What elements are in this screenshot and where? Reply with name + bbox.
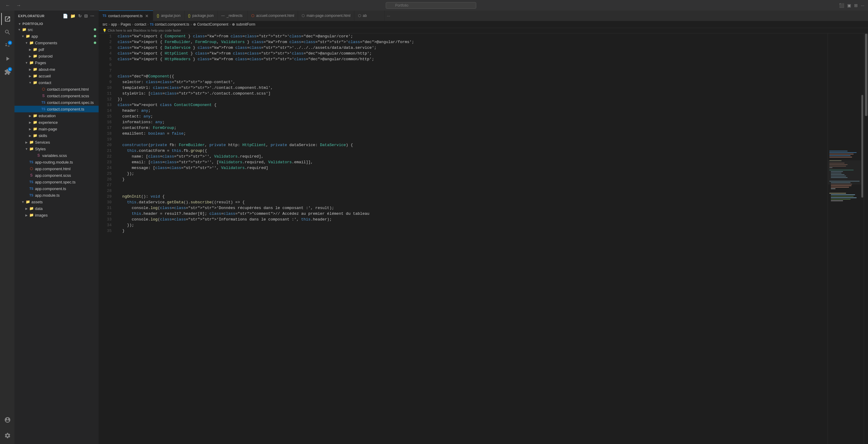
breadcrumb-sep: › xyxy=(108,22,110,27)
more-actions-icon[interactable]: ··· xyxy=(861,3,864,8)
blackbox-text: Click here to ask Blackbox to help you c… xyxy=(108,29,181,32)
tree-item-app-module[interactable]: TS app.module.ts xyxy=(14,192,99,199)
new-folder-icon[interactable]: 📁 xyxy=(70,13,76,19)
breadcrumb-class[interactable]: ContactComponent xyxy=(197,22,228,27)
tree-item-app-spec[interactable]: TS app.component.spec.ts xyxy=(14,179,99,185)
code-content[interactable]: class="kw">import { Component } class="k… xyxy=(114,33,828,444)
tree-item-images[interactable]: ▶ 📁 images xyxy=(14,212,99,218)
editor-area: TS contact.component.ts ✕ {} angular.jso… xyxy=(99,10,868,444)
svg-rect-4 xyxy=(829,156,850,156)
activity-source-control[interactable]: 4 xyxy=(1,39,13,52)
breadcrumb-pages[interactable]: Pages xyxy=(121,22,131,27)
tree-item-variables-scss[interactable]: S variables.scss xyxy=(14,152,99,159)
breadcrumb-icon-ts: TS xyxy=(150,23,154,26)
bulb-icon: 💡 xyxy=(102,29,107,32)
breadcrumb-app[interactable]: app xyxy=(111,22,117,27)
tab-contact-ts[interactable]: TS contact.component.ts ✕ xyxy=(99,10,153,21)
ts-icon: TS xyxy=(41,107,46,111)
editor-scrollbar[interactable] xyxy=(864,33,868,444)
svg-rect-24 xyxy=(831,195,855,195)
back-button[interactable]: ← xyxy=(4,2,12,9)
tree-label-about-me: about-me xyxy=(39,67,55,72)
tree-item-accueil[interactable]: ▶ 📁 accueil xyxy=(14,73,99,79)
forward-button[interactable]: → xyxy=(14,2,23,9)
extensions-badge: 6 xyxy=(8,67,12,71)
blackbox-hint[interactable]: 💡 Click here to ask Blackbox to help you… xyxy=(99,28,868,33)
tab-package-json[interactable]: {} package.json xyxy=(185,10,218,21)
activity-search[interactable] xyxy=(1,26,13,38)
minimap-scrollbar[interactable] xyxy=(861,33,864,444)
tree-item-styles[interactable]: ▼ 📁 Styles xyxy=(14,145,99,152)
folder-icon: 📁 xyxy=(33,133,37,138)
sidebar-header: EXPLORATEUR 📄 📁 ↻ ⊟ ··· xyxy=(14,10,99,22)
tree-item-about-me[interactable]: ▶ 📁 about-me xyxy=(14,66,99,73)
tab-ab[interactable]: ⬡ ab xyxy=(354,10,384,21)
folder-icon: 📁 xyxy=(25,200,30,204)
titlebar: ← → Portfolio ⬛ ▣ ⊞ ··· xyxy=(0,0,868,10)
tree-item-app-scss[interactable]: S app.component.scss xyxy=(14,172,99,179)
tree-item-contact-html[interactable]: ⬡ contact.component.html xyxy=(14,86,99,93)
portfolio-section: ▼ PORTFOLIO xyxy=(14,22,99,26)
tree-item-polaroid[interactable]: ▶ 📁 polaroid xyxy=(14,53,99,59)
tree-item-contact-scss[interactable]: S contact.component.scss xyxy=(14,93,99,99)
tree-item-education[interactable]: ▶ 📁 education xyxy=(14,112,99,119)
breadcrumb-sep2: › xyxy=(118,22,119,27)
tree-item-experience[interactable]: ▶ 📁 experience xyxy=(14,119,99,126)
activity-account[interactable] xyxy=(1,414,13,426)
tree-item-services[interactable]: ▶ 📁 Services xyxy=(14,139,99,145)
tab-accueil-html[interactable]: ⬡ accueil.component.html xyxy=(248,10,298,21)
titlebar-controls: ⬛ ▣ ⊞ ··· xyxy=(839,3,864,8)
tab-main-page-html[interactable]: ⬡ main-page.component.html xyxy=(298,10,354,21)
tree-item-app-routing[interactable]: TS app-routing.module.ts xyxy=(14,159,99,165)
svg-rect-22 xyxy=(831,189,835,189)
tab-more-button[interactable]: ··· xyxy=(384,13,393,18)
tree-label-main-page: main-page xyxy=(39,127,57,131)
activity-extensions[interactable]: 6 xyxy=(1,66,13,78)
tree-item-app[interactable]: ▼ 📁 app xyxy=(14,33,99,39)
tree-item-components[interactable]: ▼ 📁 Components xyxy=(14,39,99,46)
scss-icon: S xyxy=(29,173,34,177)
svg-rect-27 xyxy=(831,199,850,200)
tab-redirects[interactable]: — _redirects xyxy=(217,10,248,21)
tree-arrow-pages: ▼ xyxy=(24,61,29,64)
search-input[interactable]: Portfolio xyxy=(386,2,476,9)
breadcrumb-contact[interactable]: contact xyxy=(134,22,146,27)
layout-icon[interactable]: ▣ xyxy=(847,3,851,8)
tree-item-src[interactable]: ▼ 📁 src xyxy=(14,26,99,33)
tree-arrow-main-page: ▶ xyxy=(28,128,33,131)
activity-explorer[interactable] xyxy=(1,13,13,25)
activity-run[interactable] xyxy=(1,53,13,65)
tree-item-pdf[interactable]: ▶ 📁 pdf xyxy=(14,46,99,53)
tree-item-app-html[interactable]: ⬡ app.component.html xyxy=(14,165,99,172)
refresh-icon[interactable]: ↻ xyxy=(78,13,83,19)
tree-item-app-ts[interactable]: TS app.component.ts xyxy=(14,185,99,192)
tab-close-contact-ts[interactable]: ✕ xyxy=(145,13,149,19)
new-file-icon[interactable]: 📄 xyxy=(62,13,69,19)
fullscreen-icon[interactable]: ⊞ xyxy=(854,3,858,8)
tree-item-data[interactable]: ▶ 📁 data xyxy=(14,205,99,212)
tree-item-contact[interactable]: ▼ 📁 contact xyxy=(14,79,99,86)
svg-rect-21 xyxy=(831,187,849,187)
ts-icon: TS xyxy=(29,187,34,191)
breadcrumb-src[interactable]: src xyxy=(102,22,107,27)
line-numbers: 1234567891011121314151617181920212223242… xyxy=(99,33,114,444)
tree-item-assets[interactable]: ▼ 📁 assets xyxy=(14,199,99,205)
activity-settings[interactable] xyxy=(1,430,13,442)
breadcrumb-icon-method: ⊕ xyxy=(232,22,235,27)
tree-item-contact-ts[interactable]: TS contact.component.ts xyxy=(14,106,99,112)
split-editor-icon[interactable]: ⬛ xyxy=(839,3,844,8)
breadcrumb-method[interactable]: submitForm xyxy=(236,22,255,27)
tree-item-main-page[interactable]: ▶ 📁 main-page xyxy=(14,126,99,132)
tree-arrow-skills: ▶ xyxy=(28,134,33,137)
portfolio-label: PORTFOLIO xyxy=(22,22,43,26)
tree-label-app-html: app.component.html xyxy=(35,167,70,171)
tree-item-pages[interactable]: ▼ 📁 Pages xyxy=(14,59,99,66)
tree-item-contact-spec[interactable]: TS contact.component.spec.ts xyxy=(14,99,99,106)
breadcrumb-file[interactable]: contact.component.ts xyxy=(155,22,189,27)
collapse-icon[interactable]: ⊟ xyxy=(84,13,89,19)
tree-item-skills[interactable]: ▶ 📁 skills xyxy=(14,132,99,139)
tree-label-services: Services xyxy=(35,140,50,145)
tab-angular-json[interactable]: {} angular.json xyxy=(153,10,185,21)
breadcrumb-icon-class: ⊕ xyxy=(193,22,196,27)
more-icon[interactable]: ··· xyxy=(90,13,95,19)
